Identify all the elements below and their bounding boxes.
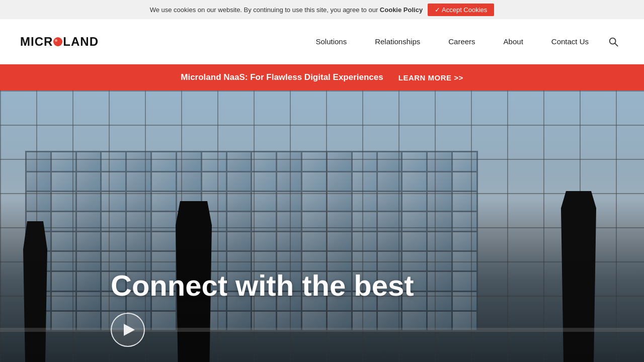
play-icon — [124, 324, 135, 336]
svg-point-0 — [610, 38, 616, 44]
search-button[interactable] — [603, 36, 624, 47]
navigation: MICRLAND Solutions Relationships Careers… — [0, 19, 644, 64]
hero-overlay — [0, 90, 644, 362]
cookie-banner: We use cookies on our website. By contin… — [0, 0, 644, 19]
hero-section: Connect with the best — [0, 90, 644, 362]
play-video-button[interactable] — [111, 313, 145, 347]
nav-link-solutions[interactable]: Solutions — [301, 19, 361, 64]
hero-content: Connect with the best — [111, 269, 644, 302]
nav-link-careers[interactable]: Careers — [434, 19, 489, 64]
nav-links: Solutions Relationships Careers About Co… — [301, 19, 624, 64]
search-icon — [608, 36, 619, 47]
nav-link-about[interactable]: About — [490, 19, 537, 64]
cookie-policy-link[interactable]: Cookie Policy — [380, 6, 423, 14]
nav-link-contact[interactable]: Contact Us — [537, 19, 603, 64]
promo-banner: Microland NaaS: For Flawless Digital Exp… — [0, 64, 644, 90]
svg-line-1 — [615, 43, 618, 46]
accept-cookies-button[interactable]: ✓ Accept Cookies — [428, 4, 494, 16]
logo-text: MICRLAND — [20, 35, 99, 49]
nav-link-relationships[interactable]: Relationships — [361, 19, 434, 64]
banner-text: Microland NaaS: For Flawless Digital Exp… — [181, 72, 383, 82]
cookie-text: We use cookies on our website. By contin… — [150, 6, 423, 14]
banner-cta-link[interactable]: LEARN MORE >> — [398, 73, 463, 82]
hero-title: Connect with the best — [111, 269, 644, 302]
logo-dot-icon — [53, 37, 62, 46]
logo[interactable]: MICRLAND — [20, 35, 99, 49]
